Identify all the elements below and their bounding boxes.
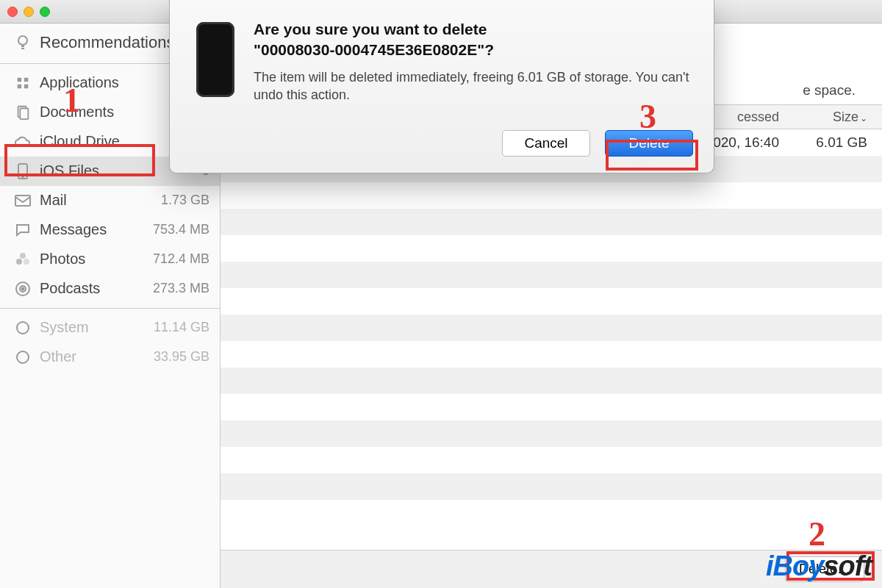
confirm-delete-button[interactable]: Delete	[605, 130, 693, 157]
sidebar-item-size: 753.4 MB	[153, 222, 209, 237]
documents-icon	[13, 103, 32, 122]
sidebar-item-label: Other	[40, 348, 154, 365]
svg-rect-6	[24, 84, 29, 88]
mail-icon	[13, 191, 32, 210]
sidebar-item-system: System 11.14 GB	[0, 313, 220, 343]
sidebar-item-label: System	[40, 319, 154, 336]
iphone-icon	[196, 22, 234, 97]
dialog-body: The item will be deleted immediately, fr…	[254, 68, 693, 104]
svg-point-17	[22, 287, 24, 290]
sidebar-item-size: 11.14 GB	[154, 320, 209, 335]
lightbulb-icon	[13, 33, 32, 52]
sidebar-item-label: Photos	[40, 251, 153, 268]
cancel-button[interactable]: Cancel	[502, 130, 590, 157]
other-icon	[13, 348, 32, 367]
svg-rect-3	[18, 77, 22, 82]
messages-icon	[13, 220, 32, 240]
minimize-icon[interactable]	[24, 7, 34, 17]
chevron-down-icon: ⌄	[860, 113, 867, 123]
sidebar-item-photos[interactable]: Photos 712.4 MB	[0, 245, 220, 274]
watermark: iBoysoft	[766, 551, 872, 582]
svg-point-13	[16, 259, 22, 265]
cloud-icon	[13, 132, 32, 151]
svg-rect-4	[24, 77, 29, 82]
sidebar-item-size: 33.95 GB	[154, 349, 209, 365]
row-size: 6.01 GB	[794, 135, 882, 151]
podcasts-icon	[13, 279, 32, 298]
sidebar-item-messages[interactable]: Messages 753.4 MB	[0, 215, 220, 245]
phone-icon	[13, 162, 32, 181]
table-body: 2020, 16:40 6.01 GB	[220, 129, 882, 550]
sidebar-item-mail[interactable]: Mail 1.73 GB	[0, 186, 220, 215]
svg-rect-5	[18, 84, 22, 88]
svg-point-14	[24, 259, 29, 265]
sidebar-item-size: 273.3 MB	[153, 281, 209, 296]
confirm-delete-dialog: Are you sure you want to delete "0000803…	[169, 0, 714, 173]
photos-icon	[13, 250, 32, 269]
traffic-lights[interactable]	[7, 7, 50, 17]
sidebar-item-other: Other 33.95 GB	[0, 343, 220, 372]
sidebar-item-size: 1.73 GB	[161, 193, 209, 208]
sidebar-item-label: Mail	[40, 192, 161, 209]
sidebar-item-size: 712.4 MB	[153, 251, 209, 267]
svg-point-19	[17, 351, 29, 363]
zoom-icon[interactable]	[40, 7, 50, 17]
svg-rect-8	[20, 108, 28, 119]
svg-rect-11	[15, 196, 30, 206]
svg-point-12	[20, 253, 26, 259]
sidebar-item-label: Podcasts	[40, 280, 153, 297]
system-icon	[13, 318, 32, 337]
svg-point-18	[17, 322, 29, 334]
dialog-title: Are you sure you want to delete "0000803…	[254, 19, 693, 61]
svg-point-10	[22, 176, 24, 177]
close-icon[interactable]	[7, 7, 18, 17]
sidebar-item-podcasts[interactable]: Podcasts 273.3 MB	[0, 274, 220, 304]
sidebar-item-label: Messages	[40, 221, 153, 238]
column-size[interactable]: Size⌄	[794, 110, 882, 125]
svg-point-0	[18, 36, 27, 45]
apps-icon	[13, 74, 32, 93]
